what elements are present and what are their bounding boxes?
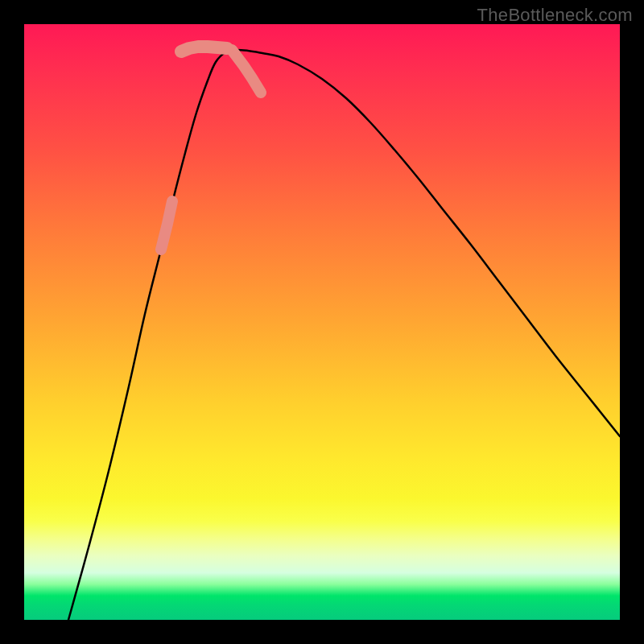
- plot-area: [24, 24, 620, 620]
- right-pink-segment: [232, 50, 261, 93]
- bottom-pink-run: [181, 47, 227, 52]
- curve-markers: [161, 47, 261, 250]
- left-pink-segment: [161, 201, 172, 250]
- curve-layer: [24, 24, 620, 620]
- chart-root: TheBottleneck.com: [0, 0, 644, 644]
- bottleneck-curve: [68, 50, 620, 620]
- watermark-text: TheBottleneck.com: [477, 5, 633, 26]
